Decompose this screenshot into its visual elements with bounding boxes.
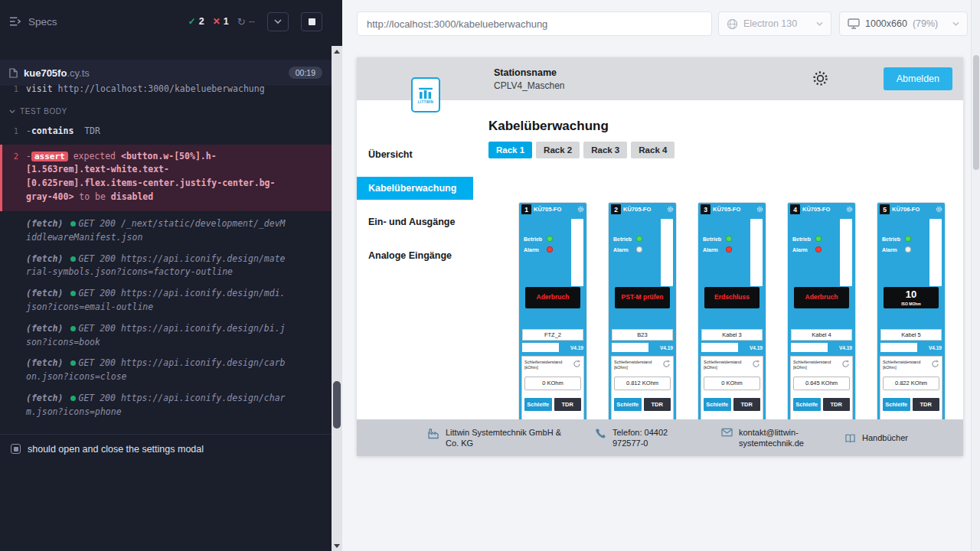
tdr-button[interactable]: TDR: [823, 398, 851, 411]
cable-name: B23: [612, 329, 673, 341]
status-ok-dot: [70, 360, 76, 366]
tab-rack-2[interactable]: Rack 2: [536, 142, 580, 158]
collapse-reporter-button[interactable]: [267, 12, 289, 31]
reporter-header: Specs ✓2 ✕1 ↻--: [0, 0, 332, 43]
measurement-value: 0.645 KOhm: [793, 377, 850, 390]
schleife-button[interactable]: Schleife: [524, 398, 552, 411]
alarm-label: Alarm: [703, 247, 723, 253]
status-ok-dot: [70, 221, 76, 227]
alarm-led: [815, 246, 822, 253]
measurement-section: Schleifenwiderstand [kOhm] 0 KOhm Schlei…: [521, 356, 584, 419]
phone-icon: [596, 428, 606, 439]
sidebar-item-kabelueberwachung[interactable]: Kabelüberwachung: [357, 177, 473, 200]
reporter-scrollbar[interactable]: [332, 0, 342, 551]
firmware-version: V4.19: [570, 345, 583, 350]
module-card-4: 4 KÜ705-FO Betrieb Alarm Aderbruch Kabel…: [788, 203, 855, 419]
viewport-size: 1000x660: [865, 18, 907, 29]
level-meter: [571, 219, 583, 286]
card-number: 3: [701, 204, 710, 214]
sidebar-item-ein-und-ausgaenge[interactable]: Ein- und Ausgänge: [357, 210, 473, 233]
footer-manuals[interactable]: Handbücher: [844, 432, 908, 443]
stop-run-button[interactable]: [301, 12, 322, 31]
measurement-label: Schleifenwiderstand [kOhm]: [524, 360, 570, 370]
log-row-visit[interactable]: 1 visit http://localhost:3000/kabelueber…: [0, 79, 332, 100]
row-number: 1: [0, 83, 26, 96]
card-gear-icon[interactable]: [846, 206, 853, 213]
tab-rack-1[interactable]: Rack 1: [488, 142, 532, 158]
refresh-icon[interactable]: [931, 360, 939, 368]
page-scrollbar[interactable]: [971, 0, 980, 551]
footer-email[interactable]: kontakt@littwin-systemtechnik.de: [721, 427, 817, 449]
assert-expected: expected: [74, 151, 116, 161]
refresh-icon[interactable]: [573, 360, 581, 368]
scroll-up-arrow[interactable]: [332, 46, 342, 57]
fetch-label: (fetch): [26, 323, 63, 334]
check-icon: ✓: [188, 16, 196, 27]
schleife-button[interactable]: Schleife: [793, 398, 821, 411]
fetch-url: https://api.iconify.design/mdi.json?icon…: [26, 288, 286, 312]
scrollbar-thumb[interactable]: [973, 55, 979, 170]
version-box: [612, 343, 648, 352]
schleife-button[interactable]: Schleife: [704, 398, 731, 411]
betrieb-led: [726, 236, 732, 242]
card-gear-icon[interactable]: [756, 206, 763, 213]
log-row-assert-failed[interactable]: 2 -assert expected <button.w-[50%].h-[1.…: [0, 145, 332, 211]
betrieb-led: [905, 236, 911, 242]
log-row-contains[interactable]: 1 -contains TDR: [0, 121, 332, 142]
card-gear-icon[interactable]: [577, 206, 584, 213]
measurement-section: Schleifenwiderstand [kOhm] 0.812 KOhm Sc…: [611, 356, 674, 419]
version-box: [701, 343, 738, 352]
command-name: contains: [31, 126, 74, 136]
specs-menu-icon[interactable]: [9, 16, 22, 27]
card-number: 2: [611, 204, 621, 214]
tdr-button[interactable]: TDR: [554, 398, 582, 411]
scroll-down-arrow[interactable]: [332, 540, 342, 551]
schleife-button[interactable]: Schleife: [883, 398, 910, 411]
scrollbar-track[interactable]: [332, 46, 342, 551]
log-row-fetch[interactable]: (fetch)GET 200 https://api.iconify.desig…: [0, 283, 332, 318]
spec-file-icon: [9, 68, 18, 78]
browser-selector[interactable]: Electron 130: [718, 11, 831, 36]
command-arg: http://localhost:3000/kabelueberwachung: [58, 83, 265, 94]
spec-name: kue705fo: [24, 67, 67, 79]
version-box: [880, 343, 917, 352]
refresh-icon[interactable]: [662, 360, 671, 368]
assert-badge: assert: [31, 152, 68, 161]
log-row-fetch[interactable]: (fetch)GET 200 https://api.iconify.desig…: [0, 318, 332, 354]
refresh-icon[interactable]: [841, 360, 850, 368]
measurement-section: Schleifenwiderstand [kOhm] 0 KOhm Schlei…: [701, 356, 763, 419]
status-display: 10ISO MOhm: [884, 287, 939, 308]
tab-rack-3[interactable]: Rack 3: [583, 142, 627, 158]
chevron-down-icon: [952, 21, 959, 26]
log-row-fetch[interactable]: (fetch)GET 200 /_next/static/development…: [0, 214, 332, 249]
card-gear-icon[interactable]: [936, 206, 942, 213]
assert-state: disabled: [111, 191, 153, 202]
settings-gear-button[interactable]: [812, 70, 830, 88]
next-test-row[interactable]: should open and close the settings modal: [0, 434, 332, 464]
betrieb-label: Betrieb: [792, 236, 812, 242]
sidebar-item-analoge-eingaenge[interactable]: Analoge Eingänge: [357, 244, 473, 267]
log-row-fetch[interactable]: (fetch)GET 200 https://api.iconify.desig…: [0, 388, 332, 423]
schleife-button[interactable]: Schleife: [614, 398, 642, 411]
log-row-fetch[interactable]: (fetch)GET 200 https://api.iconify.desig…: [0, 249, 332, 284]
test-body-header[interactable]: TEST BODY: [0, 100, 332, 121]
fetch-url: https://api.iconify.design/carbon.json?i…: [26, 357, 286, 382]
stat-pending: ↻--: [237, 16, 255, 28]
stat-failed: ✕1: [213, 16, 229, 27]
firmware-version: V4.19: [750, 345, 763, 350]
specs-label[interactable]: Specs: [28, 16, 57, 28]
tab-rack-4[interactable]: Rack 4: [631, 142, 675, 158]
sidebar-item-uebersicht[interactable]: Übersicht: [357, 143, 473, 166]
url-input[interactable]: [357, 11, 712, 36]
rack-tabs: Rack 1 Rack 2 Rack 3 Rack 4: [488, 142, 963, 158]
tdr-button[interactable]: TDR: [644, 398, 671, 411]
scrollbar-thumb[interactable]: [333, 381, 341, 429]
refresh-icon[interactable]: [752, 360, 760, 368]
log-row-fetch[interactable]: (fetch)GET 200 https://api.iconify.desig…: [0, 353, 332, 388]
card-gear-icon[interactable]: [667, 206, 674, 213]
tdr-button[interactable]: TDR: [913, 398, 940, 411]
viewport-selector[interactable]: 1000x660 (79%): [839, 11, 968, 36]
fetch-status: GET 200: [78, 288, 115, 298]
logout-button[interactable]: Abmelden: [884, 67, 952, 90]
tdr-button[interactable]: TDR: [733, 398, 761, 411]
